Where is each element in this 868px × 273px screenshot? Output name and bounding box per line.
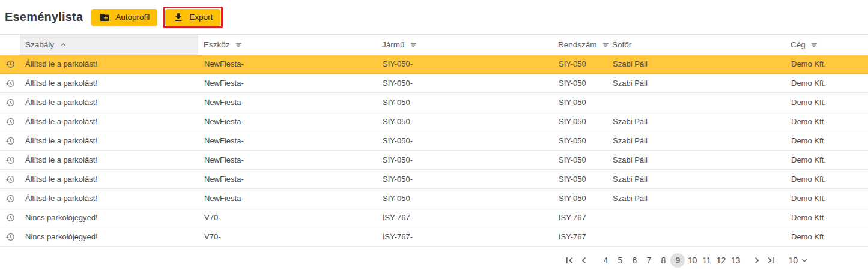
cell-eszkoz: V70- — [198, 227, 377, 246]
cell-szabaly: Állítsd le a parkolást! — [20, 93, 198, 112]
column-label: Rendszám — [558, 40, 597, 49]
cell-jarmu: SIY-050- — [377, 170, 553, 188]
export-button[interactable]: Export — [165, 9, 220, 26]
history-icon — [0, 131, 20, 150]
table-row[interactable]: Állítsd le a parkolást! NewFiesta- SIY-0… — [0, 74, 868, 93]
page-number-7[interactable]: 7 — [642, 253, 656, 268]
cell-ceg: Demo Kft. — [785, 151, 868, 169]
cell-szabaly: Nincs parkolójegyed! — [20, 208, 198, 227]
page-number-12[interactable]: 12 — [714, 253, 728, 268]
page-size-value: 10 — [788, 256, 798, 265]
cell-jarmu: SIY-050- — [377, 74, 553, 92]
cell-sofor: Szabi Páll — [607, 131, 785, 150]
create-new-folder-icon — [99, 12, 110, 23]
page-size-select[interactable]: 10 — [788, 256, 809, 265]
cell-jarmu: SIY-050- — [377, 131, 553, 150]
column-label: Cég — [791, 40, 806, 49]
cell-szabaly: Állítsd le a parkolást! — [20, 170, 198, 188]
column-header-eszkoz[interactable]: Eszköz — [198, 35, 377, 55]
history-icon — [0, 74, 20, 92]
table-row[interactable]: Állítsd le a parkolást! NewFiesta- SIY-0… — [0, 170, 868, 189]
cell-jarmu: SIY-050- — [377, 55, 553, 73]
next-page-button[interactable] — [750, 253, 764, 268]
cell-eszkoz: NewFiesta- — [198, 55, 377, 73]
pagination: 45678910111213 10 — [0, 247, 868, 273]
cell-eszkoz: V70- — [198, 208, 377, 227]
cell-eszkoz: NewFiesta- — [198, 93, 377, 112]
page-number-9[interactable]: 9 — [670, 253, 685, 268]
cell-eszkoz: NewFiesta- — [198, 131, 377, 150]
page-number-6[interactable]: 6 — [627, 253, 642, 268]
column-label: Eszköz — [204, 40, 230, 49]
page-number-list: 45678910111213 — [598, 253, 742, 268]
cell-sofor: Szabi Páll — [607, 112, 785, 131]
chevron-down-icon — [800, 256, 809, 265]
history-icon — [0, 170, 20, 188]
table-row[interactable]: Állítsd le a parkolást! NewFiesta- SIY-0… — [0, 55, 868, 74]
cell-jarmu: SIY-050- — [377, 189, 553, 208]
previous-page-button[interactable] — [577, 253, 591, 268]
page-number-5[interactable]: 5 — [613, 253, 627, 268]
cell-ceg: Demo Kft. — [785, 112, 868, 131]
cell-sofor — [607, 227, 785, 246]
cell-jarmu: ISY-767- — [377, 208, 553, 227]
cell-ceg: Demo Kft. — [785, 74, 868, 92]
column-label: Sofőr — [612, 40, 631, 49]
table-row[interactable]: Nincs parkolójegyed! V70- ISY-767- ISY-7… — [0, 227, 868, 247]
table-row[interactable]: Állítsd le a parkolást! NewFiesta- SIY-0… — [0, 131, 868, 151]
cell-jarmu: ISY-767- — [377, 227, 553, 246]
cell-rendszam: SIY-050 — [553, 55, 607, 73]
page-number-13[interactable]: 13 — [728, 253, 742, 268]
history-icon — [0, 208, 20, 227]
table-row[interactable]: Állítsd le a parkolást! NewFiesta- SIY-0… — [0, 93, 868, 112]
column-header-szabaly[interactable]: Szabály — [20, 35, 198, 55]
history-icon — [0, 93, 20, 112]
cell-ceg: Demo Kft. — [785, 170, 868, 188]
sort-menu-icon — [810, 41, 819, 49]
table-row[interactable]: Állítsd le a parkolást! NewFiesta- SIY-0… — [0, 112, 868, 131]
table-row[interactable]: Nincs parkolójegyed! V70- ISY-767- ISY-7… — [0, 208, 868, 227]
page-number-10[interactable]: 10 — [685, 253, 699, 268]
page-number-4[interactable]: 4 — [598, 253, 613, 268]
cell-rendszam: ISY-767 — [553, 227, 607, 246]
cell-sofor — [607, 208, 785, 227]
autoprofil-button-label: Autoprofil — [115, 13, 150, 22]
cell-eszkoz: NewFiesta- — [198, 74, 377, 92]
first-page-button[interactable] — [562, 253, 577, 268]
cell-rendszam: SIY-050 — [553, 151, 607, 169]
cell-sofor: Szabi Páll — [607, 170, 785, 188]
table-row[interactable]: Állítsd le a parkolást! NewFiesta- SIY-0… — [0, 151, 868, 170]
cell-szabaly: Állítsd le a parkolást! — [20, 55, 198, 73]
cell-eszkoz: NewFiesta- — [198, 112, 377, 131]
column-label: Szabály — [25, 40, 54, 49]
cell-ceg: Demo Kft. — [785, 208, 868, 227]
table-header-row: Szabály Eszköz Jármű Rendszám Sofőr — [0, 35, 868, 55]
page-title: Eseménylista — [5, 10, 83, 24]
cell-rendszam: SIY-050 — [553, 74, 607, 92]
column-header-ceg[interactable]: Cég — [785, 35, 868, 55]
event-table: Szabály Eszköz Jármű Rendszám Sofőr — [0, 34, 868, 247]
history-icon — [0, 227, 20, 246]
cell-rendszam: SIY-050 — [553, 189, 607, 208]
sort-menu-icon — [235, 41, 243, 49]
column-header-sofor[interactable]: Sofőr — [607, 35, 785, 55]
last-page-button[interactable] — [764, 253, 778, 268]
header-icon-column — [0, 35, 20, 55]
cell-jarmu: SIY-050- — [377, 151, 553, 169]
history-icon — [0, 55, 20, 73]
cell-ceg: Demo Kft. — [785, 189, 868, 208]
page-number-8[interactable]: 8 — [656, 253, 670, 268]
table-row[interactable]: Állítsd le a parkolást! NewFiesta- SIY-0… — [0, 189, 868, 208]
table-body: Állítsd le a parkolást! NewFiesta- SIY-0… — [0, 55, 868, 247]
column-header-jarmu[interactable]: Jármű — [377, 35, 553, 55]
cell-ceg: Demo Kft. — [785, 93, 868, 112]
cell-eszkoz: NewFiesta- — [198, 189, 377, 208]
cell-rendszam: SIY-050 — [553, 170, 607, 188]
export-highlight-annotation: Export — [163, 7, 223, 28]
cell-rendszam: SIY-050 — [553, 131, 607, 150]
sort-menu-icon — [410, 41, 418, 49]
autoprofil-button[interactable]: Autoprofil — [91, 9, 157, 26]
page-number-11[interactable]: 11 — [699, 253, 714, 268]
column-header-rendszam[interactable]: Rendszám — [553, 35, 607, 55]
cell-ceg: Demo Kft. — [785, 227, 868, 246]
